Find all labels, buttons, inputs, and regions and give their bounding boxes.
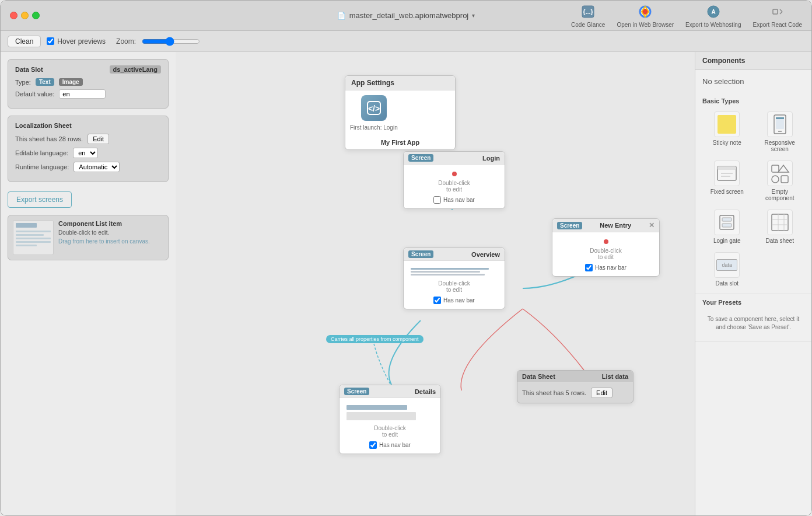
data-sheet-edit-button[interactable]: Edit xyxy=(591,388,612,398)
screen-new-entry[interactable]: Screen New Entry ✕ Double-clickto edit H… xyxy=(552,218,660,277)
nav-bar-checkbox-details[interactable] xyxy=(369,441,377,449)
data-slot-card: Data Slot ds_activeLang Type: Text Image… xyxy=(8,59,169,109)
components-header: Components xyxy=(695,52,811,70)
title-bar: 📄 master_detail_web.apiomatwebproj ▾ {..… xyxy=(1,1,811,31)
components-panel: Components No selection Basic Types Stic… xyxy=(695,52,811,515)
responsive-screen-icon xyxy=(767,111,793,137)
data-sheet-type[interactable]: Data sheet xyxy=(755,207,805,246)
maximize-button[interactable] xyxy=(32,12,40,19)
screen-name-login: Login xyxy=(482,155,500,162)
left-panel: Data Slot ds_activeLang Type: Text Image… xyxy=(1,52,176,515)
app-icon: </> xyxy=(361,95,387,121)
nav-bar-checkbox-login[interactable] xyxy=(433,196,441,204)
export-webhosting-button[interactable]: A Export to Webhosting xyxy=(685,4,741,28)
presets-section: Your Presets To save a component here, s… xyxy=(695,294,811,341)
svg-rect-17 xyxy=(718,166,736,170)
fixed-screen-type[interactable]: Fixed screen xyxy=(702,158,752,204)
svg-line-9 xyxy=(780,12,782,14)
localization-card: Localization Sheet This sheet has 28 row… xyxy=(8,116,169,182)
runtime-lang-select[interactable]: Automatic xyxy=(74,162,120,172)
svg-rect-22 xyxy=(772,176,779,183)
basic-types-section: Basic Types Sticky note xyxy=(695,93,811,294)
empty-component-type[interactable]: Empty component xyxy=(755,158,805,204)
editable-lang-row: Editable language: en xyxy=(15,148,161,158)
screen-tag-details: Screen xyxy=(344,388,369,395)
app-settings-header: App Settings xyxy=(345,76,455,90)
has-nav-bar-login: Has nav bar xyxy=(408,196,500,204)
svg-rect-7 xyxy=(773,9,778,14)
responsive-screen-type[interactable]: Responsive screen xyxy=(755,109,805,155)
sticky-note-icon xyxy=(714,111,740,137)
data-sheet-title: Data Sheet xyxy=(522,373,555,380)
screen-details[interactable]: Screen Details Double-clickto edit Has n… xyxy=(339,385,441,454)
svg-rect-26 xyxy=(722,224,732,227)
has-nav-bar-new-entry: Has nav bar xyxy=(557,264,654,271)
empty-component-icon xyxy=(767,161,793,186)
nav-bar-checkbox-overview[interactable] xyxy=(433,297,441,304)
screen-name-new-entry: New Entry xyxy=(600,222,631,229)
has-nav-bar-details: Has nav bar xyxy=(344,441,436,449)
sticky-note-type[interactable]: Sticky note xyxy=(702,109,752,155)
data-slot-name: ds_activeLang xyxy=(110,65,161,74)
component-card: Component List item Double-click to edit… xyxy=(8,215,169,260)
code-glance-button[interactable]: {...} Code Glance xyxy=(571,4,605,28)
open-browser-button[interactable]: Open in Web Browser xyxy=(617,4,674,28)
screen-login[interactable]: Screen Login Double-clickto edit Has nav… xyxy=(403,151,505,209)
screen-overview[interactable]: Screen Overview Double-clickto edit Has … xyxy=(403,247,505,309)
svg-rect-20 xyxy=(772,165,779,172)
default-value-row: Default value: xyxy=(15,89,161,99)
type-image-badge: Image xyxy=(59,78,83,86)
dropdown-icon[interactable]: ▾ xyxy=(472,12,475,19)
close-button[interactable] xyxy=(10,12,18,19)
svg-text:{...}: {...} xyxy=(583,8,593,15)
title-actions: {...} Code Glance Open in Web Browser xyxy=(571,4,802,28)
no-selection-label: No selection xyxy=(695,70,811,93)
export-screens-button[interactable]: Export screens xyxy=(8,191,72,208)
screen-body-details: Double-clickto edit Has nav bar xyxy=(340,398,440,454)
localization-title: Localization Sheet xyxy=(15,122,72,129)
presets-text: To save a component here, select it and … xyxy=(702,311,804,336)
minimize-button[interactable] xyxy=(21,12,29,19)
screen-name-overview: Overview xyxy=(471,251,500,258)
svg-marker-21 xyxy=(778,165,789,172)
window-title: 📄 master_detail_web.apiomatwebproj ▾ xyxy=(337,11,475,20)
toolbar: Clean Hover previews Zoom: xyxy=(1,31,811,52)
type-text-badge: Text xyxy=(36,78,54,86)
data-sheet-body: This sheet has 5 rows. Edit xyxy=(517,383,633,403)
export-react-icon xyxy=(769,4,786,20)
login-gate-icon xyxy=(714,210,740,235)
nav-bar-checkbox-new-entry[interactable] xyxy=(585,264,593,271)
app-settings-node[interactable]: App Settings </> First launch: Login xyxy=(345,75,456,150)
screen-name-details: Details xyxy=(415,388,436,395)
canvas-area[interactable]: App Settings </> First launch: Login xyxy=(176,52,695,515)
data-slot-type[interactable]: data Data slot xyxy=(702,250,752,289)
data-slot-icon: data xyxy=(714,252,740,278)
screen-body-new-entry: Double-clickto edit Has nav bar xyxy=(552,232,659,276)
login-gate-type[interactable]: Login gate xyxy=(702,207,752,246)
export-react-button[interactable]: Export React Code xyxy=(753,4,803,28)
traffic-lights xyxy=(10,12,40,19)
components-grid: Sticky note Responsive screen xyxy=(702,109,804,289)
type-row: Type: Text Image xyxy=(15,78,161,86)
screen-tag-new-entry: Screen xyxy=(557,222,582,229)
localization-edit-button[interactable]: Edit xyxy=(88,134,109,144)
fixed-screen-icon xyxy=(714,161,740,186)
editable-lang-select[interactable]: en xyxy=(73,148,98,158)
default-value-input[interactable] xyxy=(59,89,106,99)
data-sheet-icon xyxy=(767,210,793,235)
clean-button[interactable]: Clean xyxy=(8,36,41,47)
svg-text:</>: </> xyxy=(368,104,380,113)
screen-body-login: Double-clickto edit Has nav bar xyxy=(404,165,505,208)
zoom-slider[interactable] xyxy=(142,37,200,46)
hover-previews-toggle[interactable]: Hover previews xyxy=(47,37,106,46)
screen-tag-overview: Screen xyxy=(408,250,433,258)
screen-body-overview: Double-clickto edit Has nav bar xyxy=(404,261,505,309)
export-webhosting-icon: A xyxy=(705,4,722,20)
close-x-icon[interactable]: ✕ xyxy=(649,221,654,229)
app-settings-body: </> First launch: Login xyxy=(345,90,455,135)
hover-previews-checkbox[interactable] xyxy=(47,37,54,45)
data-sheet-rows: This sheet has 5 rows. xyxy=(522,389,586,396)
data-sheet-node[interactable]: Data Sheet List data This sheet has 5 ro… xyxy=(517,370,634,403)
carries-label: Carries all properties from component xyxy=(326,335,424,343)
svg-line-8 xyxy=(780,9,782,12)
